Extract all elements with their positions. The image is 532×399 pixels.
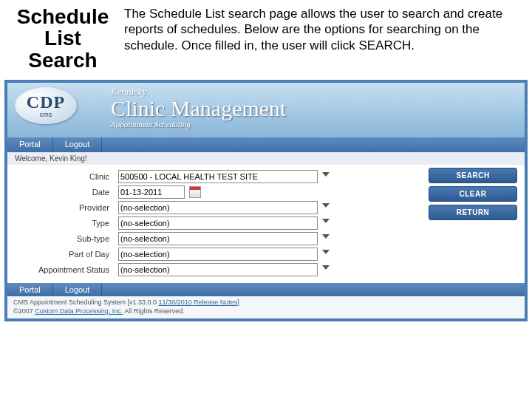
header-subtitle: Appointment Scheduling [111,120,286,129]
row-provider: Provider [15,201,421,214]
footer-nav-logout[interactable]: Logout [53,283,103,296]
select-provider[interactable] [118,201,318,214]
search-form: Clinic Date Provider Type [7,165,525,280]
form-fields: Clinic Date Provider Type [15,168,421,279]
label-partofday: Part of Day [15,250,118,259]
chevron-down-icon [322,265,330,270]
label-type: Type [15,219,118,228]
company-link[interactable]: Custom Data Processing, Inc. [35,307,123,315]
footer-line1b: ] [237,299,239,306]
app-header: CDP cms Kentucky Clinic Management Appoi… [7,83,525,137]
label-provider: Provider [15,203,118,212]
footer-line2a: ©2007 [13,307,35,315]
search-button[interactable]: SEARCH [429,168,517,183]
row-partofday: Part of Day [15,248,421,261]
logo: CDP cms [15,87,77,124]
footer-line1a: CMS Appointment Scheduling System [v1.33… [13,299,159,306]
header-text: Kentucky Clinic Management Appointment S… [111,86,286,129]
slide-description: The Schedule List search page allows the… [124,6,517,71]
select-clinic[interactable] [118,170,318,183]
chevron-down-icon [322,172,330,177]
logo-text-small: cms [40,111,52,118]
bottom-navbar: Portal Logout [7,283,525,296]
select-partofday[interactable] [118,248,318,261]
input-date[interactable] [118,185,185,199]
welcome-bar: Welcome, Kevin King! [7,152,525,165]
clear-button[interactable]: CLEAR [429,186,517,202]
chevron-down-icon [322,250,330,254]
label-apptstatus: Appointment Status [15,265,118,274]
nav-portal[interactable]: Portal [7,137,53,152]
label-date: Date [15,188,118,197]
action-buttons: SEARCH CLEAR RETURN [421,168,517,279]
select-apptstatus[interactable] [118,263,318,276]
header-brand: Clinic Management [111,98,286,120]
label-clinic: Clinic [15,172,118,181]
slide-header: Schedule List Search The Schedule List s… [0,0,532,80]
nav-logout[interactable]: Logout [53,137,103,152]
footer: Portal Logout CMS Appointment Scheduling… [7,283,525,318]
calendar-icon[interactable] [189,186,201,198]
release-notes-link[interactable]: 11/30/2010 Release Notes [159,299,238,306]
row-clinic: Clinic [15,170,421,183]
row-date: Date [15,185,421,199]
row-type: Type [15,216,421,230]
chevron-down-icon [322,219,330,223]
footer-nav-portal[interactable]: Portal [7,283,53,296]
label-subtype: Sub-type [15,234,118,243]
logo-oval: CDP cms [15,87,77,124]
slide-title: Schedule List Search [15,6,111,71]
footer-text: CMS Appointment Scheduling System [v1.33… [7,296,525,318]
chevron-down-icon [322,203,330,208]
chevron-down-icon [322,234,330,239]
logo-text-big: CDP [27,93,65,111]
select-type[interactable] [118,216,318,230]
row-apptstatus: Appointment Status [15,263,421,276]
return-button[interactable]: RETURN [429,205,517,220]
select-subtype[interactable] [118,232,318,245]
top-navbar: Portal Logout [7,137,525,152]
row-subtype: Sub-type [15,232,421,245]
footer-line2b: All Rights Reserved. [123,307,185,315]
app-window: CDP cms Kentucky Clinic Management Appoi… [4,80,528,321]
